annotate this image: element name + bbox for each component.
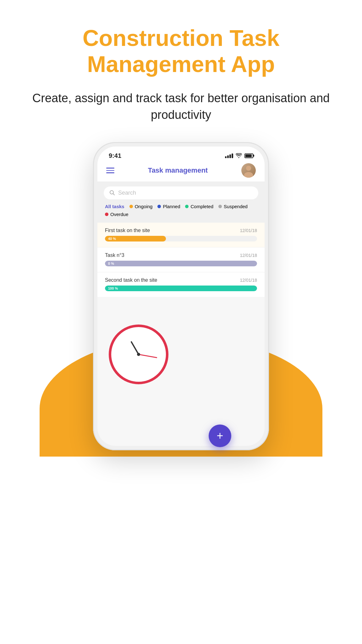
app-subtitle: Create, assign and track task for better… — [0, 90, 362, 123]
progress-bar-1: 40 % — [105, 236, 257, 242]
search-placeholder: Search — [118, 190, 136, 196]
progress-fill-3: 100 % — [105, 286, 257, 291]
phone-inner: 9:41 — [97, 147, 265, 446]
planned-dot — [157, 205, 161, 208]
overdue-dot — [105, 213, 108, 216]
table-row[interactable]: Second task on the site 12/01/18 100 % — [97, 272, 265, 297]
status-bar: 9:41 — [97, 147, 265, 159]
status-icons — [225, 153, 253, 158]
search-bar[interactable]: Search — [104, 186, 258, 199]
filter-section: Search All tasks Ongoing Planned — [97, 181, 265, 223]
app-header: Task management — [97, 159, 265, 181]
status-time: 9:41 — [109, 152, 121, 159]
page-wrapper: Construction Task Management App Create,… — [0, 0, 362, 644]
task-date-2: 12/01/18 — [240, 253, 257, 258]
clock-minute-hand — [139, 354, 157, 358]
wifi-icon — [236, 153, 242, 158]
task-name-3: Second task on the site — [105, 277, 157, 283]
filter-suspended[interactable]: Suspended — [218, 204, 248, 209]
filter-tags: All tasks Ongoing Planned Completed — [104, 204, 258, 217]
task-header-1: First task on the site 12/01/18 — [105, 228, 257, 233]
task-date-1: 12/01/18 — [240, 228, 257, 233]
ongoing-dot — [129, 205, 133, 208]
task-header-3: Second task on the site 12/01/18 — [105, 277, 257, 283]
task-date-3: 12/01/18 — [240, 278, 257, 283]
task-name-1: First task on the site — [105, 228, 150, 233]
progress-label-2: 0 % — [108, 262, 114, 265]
suspended-label: Suspended — [224, 204, 248, 209]
task-list: First task on the site 12/01/18 40 % Tas — [97, 223, 265, 297]
progress-bar-3: 100 % — [105, 286, 257, 291]
task-header-2: Task n°3 12/01/18 — [105, 253, 257, 258]
phone-mockup: 9:41 — [93, 142, 269, 457]
filter-ongoing[interactable]: Ongoing — [129, 204, 153, 209]
progress-label-3: 100 % — [108, 286, 118, 290]
completed-label: Completed — [190, 204, 213, 209]
app-header-title: Task management — [148, 166, 208, 175]
signal-icon — [225, 153, 233, 158]
table-row[interactable]: First task on the site 12/01/18 40 % — [97, 223, 265, 247]
progress-fill-1: 40 % — [105, 236, 166, 242]
ongoing-label: Ongoing — [135, 204, 153, 209]
battery-icon — [244, 153, 253, 158]
hamburger-button[interactable] — [106, 168, 114, 173]
fab-add-button[interactable]: + — [209, 425, 231, 447]
filter-all-tasks[interactable]: All tasks — [105, 204, 124, 209]
app-title: Construction Task Management App — [0, 25, 362, 77]
avatar[interactable] — [241, 163, 256, 178]
planned-label: Planned — [163, 204, 180, 209]
filter-overdue[interactable]: Overdue — [105, 212, 129, 217]
clock-decoration — [109, 325, 168, 384]
fab-plus-icon: + — [217, 430, 223, 441]
phone-shell: 9:41 — [93, 142, 269, 450]
task-name-2: Task n°3 — [105, 253, 124, 258]
suspended-dot — [218, 205, 222, 208]
overdue-label: Overdue — [110, 212, 129, 217]
clock-face — [113, 329, 164, 380]
table-row[interactable]: Task n°3 12/01/18 0 % — [97, 247, 265, 272]
filter-completed[interactable]: Completed — [185, 204, 213, 209]
clock-center — [137, 353, 140, 356]
progress-bar-2: 0 % — [105, 261, 257, 266]
svg-line-1 — [113, 194, 115, 195]
progress-label-1: 40 % — [108, 237, 116, 241]
completed-dot — [185, 205, 189, 208]
filter-planned[interactable]: Planned — [157, 204, 180, 209]
progress-fill-2: 0 % — [105, 261, 257, 266]
search-icon — [109, 190, 115, 196]
